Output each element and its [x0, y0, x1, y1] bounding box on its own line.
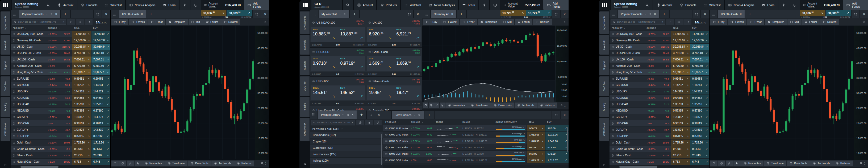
sell-cell[interactable]: 20.715↘	[671, 152, 690, 159]
zoom-out-icon[interactable]: −	[564, 106, 566, 107]
close-panel-button[interactable]: ×	[701, 10, 709, 18]
forex-index-row[interactable]: CMC CNH Index ↓ 0.07% 0.77 L: 972.64 H: …	[383, 144, 568, 151]
buy-price-button[interactable]: BUY 10,887.88 ↗	[338, 27, 365, 42]
chart-draw-button[interactable]	[726, 161, 733, 166]
close-tab-icon[interactable]: ×	[654, 12, 656, 16]
buy-cell[interactable]: 6.743↗	[91, 159, 110, 165]
drag-handle[interactable]	[11, 10, 19, 18]
zoom-plus-icon[interactable]	[418, 114, 421, 117]
chart-clear-button[interactable]	[718, 161, 725, 166]
info-icon[interactable]	[12, 58, 15, 61]
sell-cell[interactable]: 144.315↘	[671, 88, 690, 94]
category-item[interactable]: Currencies (339)	[310, 145, 383, 151]
add-tab-button[interactable]: +	[745, 10, 755, 18]
info-icon[interactable]	[12, 116, 15, 118]
refresh-button[interactable]	[85, 19, 93, 25]
info-icon[interactable]	[312, 21, 315, 24]
info-icon[interactable]	[368, 80, 371, 83]
toolbar-button-related[interactable]: Related	[820, 19, 839, 25]
toolbar-button-draw-tools[interactable]: Draw Tools	[188, 161, 211, 166]
nav-item-products[interactable]: Products	[376, 0, 400, 10]
watchlist-row[interactable]: Australia 200 - Cash ↓ 0.3% 21 6,776.50↘…	[610, 63, 709, 69]
scrollbar-thumb[interactable]	[567, 127, 568, 152]
info-icon[interactable]	[12, 52, 15, 55]
screens-button[interactable]	[190, 0, 201, 10]
toolbar-button-1-week[interactable]: 1 Week	[129, 19, 148, 25]
buy-cell[interactable]: 0.98119↗	[91, 120, 110, 127]
rail-tab-support[interactable]: Support	[1, 56, 10, 75]
expand-panel-button[interactable]	[405, 10, 413, 18]
info-icon[interactable]	[611, 78, 614, 80]
category-item[interactable]: Indices (100)	[310, 158, 383, 164]
watchlist-row[interactable]: Crude Oil Brent - Cash ↓ 0.08% 8.1 92.58…	[610, 146, 709, 152]
info-icon[interactable]	[611, 96, 614, 99]
toolbar-button-technicals[interactable]: Technicals	[515, 103, 537, 108]
sell-cell[interactable]: 1.14232↘	[671, 82, 690, 88]
chart-tab[interactable]: US 30 - Cash ×	[718, 10, 745, 18]
buy-cell[interactable]: 973.29↗	[545, 151, 568, 157]
info-icon[interactable]	[611, 148, 614, 150]
nav-item-account[interactable]: Account	[54, 0, 77, 10]
sell-cell[interactable]: 973.03↘	[527, 151, 545, 157]
screens-button[interactable]	[789, 0, 800, 10]
nav-item-news-analysis[interactable]: News & Analysis	[724, 0, 758, 10]
close-panel-button[interactable]: ×	[560, 111, 568, 119]
nav-item-watchlist[interactable]: Watchlist	[101, 0, 125, 10]
sell-cell[interactable]: 7,006.31↘	[72, 56, 91, 62]
sell-cell[interactable]: 1,048.96↘	[527, 138, 545, 144]
rail-tab-live-help[interactable]: Live Help	[1, 35, 10, 55]
watchlist-row[interactable]: US SPX 500 - Cash ↓ 0.75% 28.43 3,761.80…	[11, 50, 110, 56]
sell-price-button[interactable]: SELL 1,669.01 ↘	[367, 56, 394, 71]
sell-price-button[interactable]: 30,086.84 ↘	[201, 10, 226, 16]
settings-button[interactable]	[478, 0, 489, 10]
zoom-plus-icon[interactable]	[346, 113, 349, 116]
sell-cell[interactable]: 92.583↘	[72, 146, 91, 152]
sell-cell[interactable]: 0.99451↘	[72, 76, 91, 82]
watchlist-row[interactable]: Australia 200 - Cash ↓ 0.3% 21 6,776.50↘…	[11, 63, 110, 69]
scrollbar-thumb[interactable]	[381, 134, 382, 165]
gear-icon[interactable]	[264, 21, 267, 23]
watchlist-row[interactable]: USD/JPY ↑ 0.12% 17.6 144.315↘ 144.322↗	[610, 88, 709, 95]
toolbar-button-patterns[interactable]: Patterns	[537, 103, 557, 108]
collapse-sidebar-button[interactable]	[300, 161, 310, 167]
buy-cell[interactable]: 1,715.56↗	[91, 140, 110, 146]
buy-cell[interactable]: 1.14241↗	[690, 82, 709, 88]
watchlist-row[interactable]: Hong Kong 50 - Cash ↑ 4.23% 733.1 18,036…	[11, 69, 110, 76]
buy-cell[interactable]: 0.57380↗	[91, 108, 110, 114]
buy-cell[interactable]: 0.87066↗	[91, 133, 110, 139]
expand-panel-button[interactable]	[552, 10, 560, 18]
watchlist-tile[interactable]: Australia 200 ↓ 0.68% 46 SELL ↘ BUY ↗	[366, 106, 422, 111]
sell-cell[interactable]: 1,012.66↘	[527, 132, 545, 138]
sell-cell[interactable]: 11,488.85↘	[72, 31, 91, 37]
buy-cell[interactable]: 11,490.85↗	[690, 31, 709, 37]
watchlist-row[interactable]: Natural Gas - Cash ↓ 1.5% 10.25 6.733↘ 6…	[610, 159, 709, 165]
toolbar-button-favourites[interactable]: Favourites	[741, 161, 764, 166]
info-icon[interactable]	[611, 33, 614, 35]
chart-clear-button[interactable]	[119, 161, 126, 166]
info-icon[interactable]	[12, 135, 15, 138]
forex-indices-tab[interactable]: Forex Indices ×	[392, 111, 425, 119]
zoom-plus-icon[interactable]	[50, 13, 53, 16]
column-header-buy[interactable]: BUY	[91, 27, 110, 29]
buy-cell[interactable]: 1.14241↗	[91, 82, 110, 88]
buy-cell[interactable]: 143.539↗	[91, 127, 110, 133]
watchlist-row[interactable]: US NDAQ 100 - Cash ↓ 0.79% 92.22 11,488.…	[11, 31, 110, 37]
sell-cell[interactable]: 0.87055↘	[72, 133, 91, 139]
sell-cell[interactable]: 30,086.84↘	[72, 44, 91, 50]
info-icon[interactable]	[12, 154, 15, 157]
sell-price-button[interactable]: SELL 6,920.71 ↘	[367, 27, 394, 42]
clear-search-icon[interactable]: ×	[351, 121, 353, 124]
info-icon[interactable]	[611, 71, 614, 74]
close-tab-icon[interactable]: ×	[740, 12, 742, 16]
chart-tab[interactable]: Germany 40 ×	[431, 10, 457, 18]
sell-cell[interactable]: 1,013.27↘	[527, 157, 545, 163]
rail-tab-funding[interactable]: Funding	[599, 97, 609, 117]
rail-tab-my-accounts[interactable]: My Accounts	[1, 11, 10, 34]
close-panel-button[interactable]: ×	[860, 10, 868, 18]
nav-item-learn[interactable]: Learn	[159, 0, 179, 10]
sell-cell[interactable]: 144.315↘	[72, 88, 91, 94]
buy-cell[interactable]: 92.613↗	[690, 146, 709, 152]
column-header-sell[interactable]: SELL	[72, 27, 91, 29]
column-header-sell[interactable]: SELL	[671, 27, 690, 29]
close-tab-icon[interactable]: ×	[451, 12, 453, 16]
